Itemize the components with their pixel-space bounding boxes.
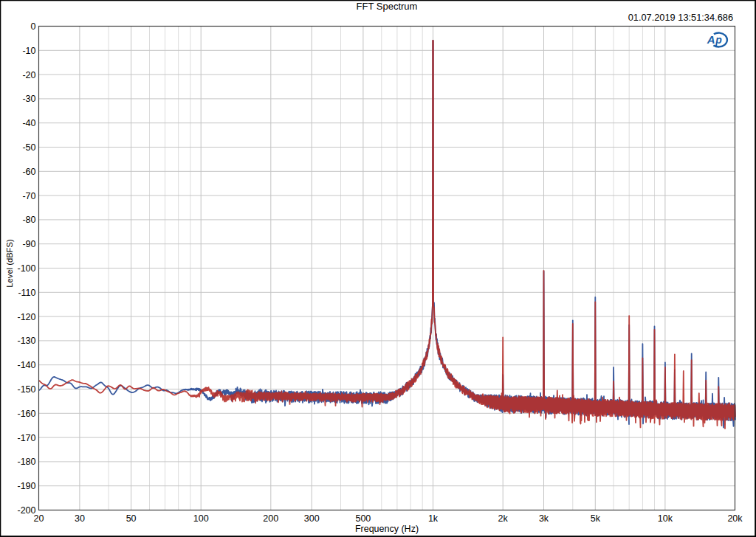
svg-text:-120: -120	[17, 312, 35, 322]
svg-text:-160: -160	[17, 409, 35, 419]
svg-text:p: p	[715, 34, 722, 46]
svg-text:10k: 10k	[658, 513, 673, 524]
svg-text:30: 30	[75, 513, 85, 524]
svg-text:100: 100	[193, 513, 209, 524]
svg-text:-70: -70	[22, 191, 35, 201]
svg-text:01.07.2019 13:51:34.686: 01.07.2019 13:51:34.686	[628, 12, 733, 23]
svg-text:50: 50	[126, 513, 137, 524]
svg-text:20k: 20k	[727, 513, 743, 524]
svg-text:-180: -180	[17, 457, 35, 467]
svg-text:3k: 3k	[539, 513, 549, 524]
svg-text:-130: -130	[17, 336, 35, 346]
svg-text:-80: -80	[22, 215, 35, 225]
svg-text:-140: -140	[17, 360, 35, 370]
svg-text:-110: -110	[18, 288, 35, 298]
svg-text:500: 500	[355, 513, 371, 524]
svg-text:-90: -90	[22, 239, 35, 249]
svg-text:0: 0	[31, 21, 36, 32]
svg-text:-10: -10	[22, 46, 35, 56]
svg-text:-150: -150	[17, 384, 35, 395]
svg-text:-100: -100	[17, 263, 35, 274]
svg-text:200: 200	[263, 513, 278, 524]
svg-text:1k: 1k	[428, 513, 439, 524]
svg-text:-60: -60	[22, 167, 35, 177]
svg-text:300: 300	[304, 513, 320, 524]
svg-text:5k: 5k	[591, 513, 601, 524]
svg-text:Level (dBFS): Level (dBFS)	[5, 239, 14, 288]
svg-text:-40: -40	[22, 118, 35, 128]
svg-text:A: A	[707, 33, 715, 46]
svg-text:-200: -200	[17, 505, 35, 516]
svg-text:-30: -30	[22, 94, 35, 104]
svg-text:-20: -20	[22, 70, 35, 80]
svg-text:FFT Spectrum: FFT Spectrum	[357, 1, 418, 12]
svg-text:-190: -190	[17, 481, 35, 491]
svg-text:Frequency (Hz): Frequency (Hz)	[355, 524, 419, 534]
svg-text:2k: 2k	[498, 513, 509, 524]
svg-text:-50: -50	[22, 142, 35, 153]
svg-text:-170: -170	[17, 433, 35, 443]
